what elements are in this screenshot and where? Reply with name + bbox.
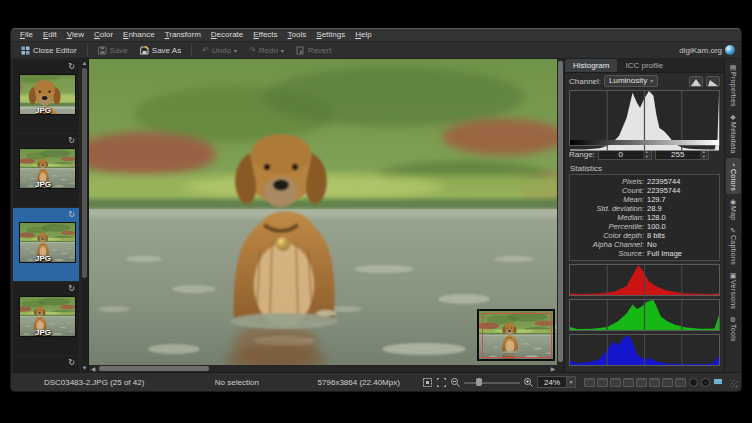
green-histogram [570,300,719,330]
range-min-spinbox[interactable]: 0 ▲▼ [598,149,652,160]
fit-to-window-button[interactable] [422,377,433,388]
color-managed-view-icon[interactable] [713,378,723,386]
slider-track [464,382,520,384]
menu-tools[interactable]: Tools [283,29,312,41]
main-toolbar: Close Editor Save Save As ↶ Undo ▾ ↷ Red… [11,42,741,59]
thumbnail-item[interactable]: ↻ JPG [13,60,79,133]
zoom-slider[interactable] [464,377,520,387]
menu-color[interactable]: Color [89,29,118,41]
zoom-in-button[interactable] [523,377,534,388]
thumbnail-item[interactable]: ↻ JPG [13,282,79,355]
menu-help[interactable]: Help [350,29,376,41]
status-toggle-button[interactable] [649,378,660,387]
right-sidebar-tabs: ▤ Properties ❖ Metadata ◑ Colors ◉ Map ✎… [724,59,741,372]
channel-row: Channel: Luminosity ▾ [565,73,724,89]
status-dimensions: 5796x3864 (22.40Mpx) [299,378,418,387]
sidebar-tab-map[interactable]: ◉ Map [726,195,741,224]
navigator-view-rect[interactable] [482,313,552,358]
stat-row: Percentile:100.0 [574,222,715,231]
menu-effects[interactable]: Effects [248,29,282,41]
thumbnail-item[interactable]: ↻ [13,356,79,372]
undo-dropdown-icon[interactable]: ▾ [234,47,237,54]
save-button[interactable]: Save [94,45,132,56]
chevron-down-icon: ▾ [650,76,653,86]
zoom-level-value[interactable]: 24% [537,376,567,388]
sidebar-tab-properties[interactable]: ▤ Properties [726,61,741,110]
scroll-down-icon[interactable]: ▼ [81,364,88,372]
scroll-right-icon[interactable]: ▶ [549,365,557,372]
under-exposure-indicator-button[interactable] [689,378,698,387]
image-canvas[interactable]: ◀ ▶ [89,59,564,372]
linear-scale-button[interactable] [689,76,703,87]
scroll-left-icon[interactable]: ◀ [89,365,97,372]
log-scale-button[interactable] [706,76,720,87]
stat-row: Median:128.0 [574,213,715,222]
sidebar-tab-colors[interactable]: ◑ Colors [726,158,741,194]
status-toggle-button[interactable] [636,378,647,387]
slider-handle[interactable] [476,378,482,386]
thumbnail-item-selected[interactable]: ↻ JPG [13,208,79,281]
redo-button[interactable]: ↷ Redo ▾ [245,45,288,56]
status-toggle-button[interactable] [584,378,595,387]
stat-row: Pixels:22395744 [574,177,715,186]
stat-row: Count:22395744 [574,186,715,195]
redo-icon: ↷ [249,46,256,55]
canvas-horizontal-scrollbar[interactable]: ◀ ▶ [89,365,557,372]
blue-histogram-box [569,334,720,366]
spin-down-icon[interactable]: ▼ [700,155,708,160]
toolbar-separator [87,45,88,56]
canvas-vertical-scrollbar[interactable] [557,59,564,365]
status-toggle-button[interactable] [662,378,673,387]
save-as-button[interactable]: Save As [136,45,185,56]
scrollbar-handle[interactable] [99,366,209,371]
pan-navigator[interactable] [477,309,555,361]
revert-button[interactable]: Revert [292,45,336,56]
menu-transform[interactable]: Transform [160,29,206,41]
range-max-spinbox[interactable]: 255 ▲▼ [655,149,709,160]
tab-histogram[interactable]: Histogram [565,59,617,72]
histogram-display[interactable] [569,90,720,146]
spin-arrows[interactable]: ▲▼ [700,150,708,159]
stat-row: Std. deviation:28.9 [574,204,715,213]
undo-button[interactable]: ↶ Undo ▾ [198,45,241,56]
sidebar-tab-captions[interactable]: ✎ Captions [726,224,741,268]
menu-decorate[interactable]: Decorate [206,29,248,41]
digikam-brand: digiKam.org [679,45,735,55]
over-exposure-indicator-button[interactable] [701,378,710,387]
menu-bar: File Edit View Color Enhance Transform D… [11,29,741,42]
zoom-out-button[interactable] [450,377,461,388]
thumbnail-item[interactable]: ↻ JPG [13,134,79,207]
sidebar-tab-tools[interactable]: ⚙ Tools [726,313,741,345]
menu-settings[interactable]: Settings [311,29,350,41]
save-icon [98,46,107,55]
version-indicator-icon: ↻ [68,284,75,293]
chevron-down-icon[interactable]: ▼ [567,376,576,388]
close-editor-button[interactable]: Close Editor [17,45,81,56]
spin-down-icon[interactable]: ▼ [643,155,651,160]
menu-file[interactable]: File [15,29,38,41]
scroll-up-icon[interactable]: ▲ [81,59,88,67]
status-toggle-button[interactable] [597,378,608,387]
sidebar-tab-metadata[interactable]: ❖ Metadata [726,111,741,157]
spin-arrows[interactable]: ▲▼ [643,150,651,159]
channel-select[interactable]: Luminosity ▾ [604,75,658,87]
tab-icc-profile[interactable]: ICC profile [617,59,671,72]
zoom-level-combobox[interactable]: 24% ▼ [537,376,576,388]
menu-enhance[interactable]: Enhance [118,29,160,41]
menu-view[interactable]: View [62,29,89,41]
scrollbar-handle[interactable] [558,61,563,362]
scrollbar-handle[interactable] [82,68,87,278]
status-toggle-button[interactable] [610,378,621,387]
resize-grip[interactable] [730,380,738,388]
sidebar-tab-versions[interactable]: ▣ Versions [726,269,741,312]
tools-icon: ⚙ [730,316,736,323]
digikam-logo-icon [725,45,735,55]
format-badge: JPG [35,106,51,115]
thumbnail-scrollbar[interactable]: ▲ ▼ [81,59,88,372]
status-toggle-button[interactable] [675,378,686,387]
redo-dropdown-icon[interactable]: ▾ [281,47,284,54]
fit-to-selection-button[interactable] [436,377,447,388]
menu-edit[interactable]: Edit [38,29,62,41]
status-toggle-button[interactable] [623,378,634,387]
version-indicator-icon: ↻ [68,136,75,145]
